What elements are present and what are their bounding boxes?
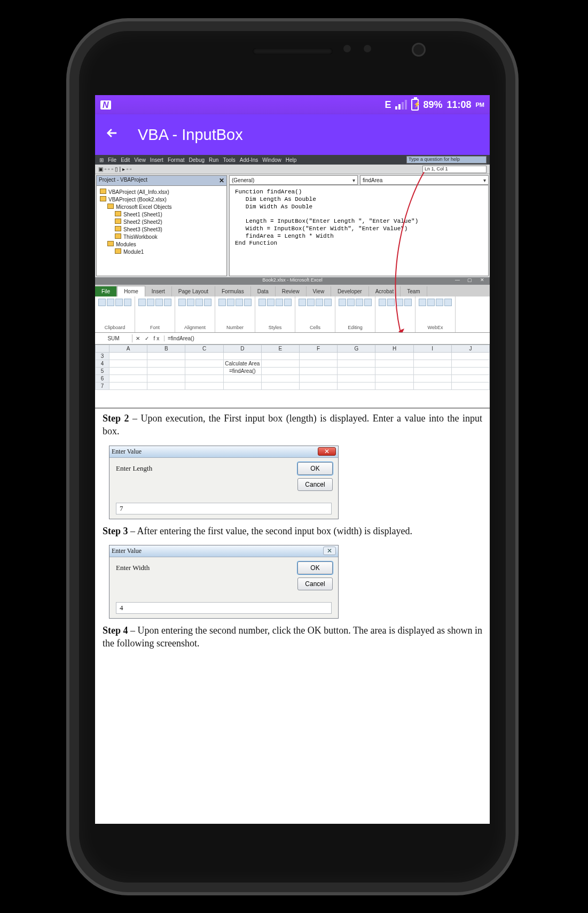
ribbon-group[interactable]: Styles xyxy=(255,296,295,332)
project-explorer[interactable]: Project - VBAProject ✕ VBAProject (All_I… xyxy=(96,175,227,276)
ribbon-tab[interactable]: Team xyxy=(401,286,427,296)
excel-ribbon[interactable]: ClipboardFontAlignmentNumberStylesCellsE… xyxy=(95,296,490,333)
menu-format[interactable]: Format xyxy=(167,157,186,163)
line-col-indicator: Ln 1, Col 1 xyxy=(422,166,487,173)
back-button[interactable] xyxy=(105,125,120,145)
menu-debug[interactable]: Debug xyxy=(188,157,206,163)
fx-buttons[interactable]: ✕ ✓ fx xyxy=(132,335,164,341)
project-tree-item[interactable]: Module1 xyxy=(100,248,223,255)
window-buttons[interactable]: — ▢ ✕ xyxy=(455,277,488,283)
ribbon-group[interactable]: Font xyxy=(135,296,175,332)
ribbon-tab[interactable]: Insert xyxy=(145,286,172,296)
power-button xyxy=(513,202,515,266)
phone-frame: N E ⚡ 89% 11:08 PM VBA - InputBox xyxy=(69,21,515,892)
step4-text: Step 4 – Upon entering the second number… xyxy=(103,624,482,650)
page-title: VBA - InputBox xyxy=(138,126,243,144)
ribbon-group[interactable]: Editing xyxy=(335,296,375,332)
project-tree-item[interactable]: Sheet3 (Sheet3) xyxy=(100,225,223,233)
project-tree-item[interactable]: Modules xyxy=(100,240,223,248)
arrow-left-icon xyxy=(105,126,120,141)
step4-label: Step 4 xyxy=(103,625,128,636)
ribbon-group[interactable] xyxy=(375,296,415,332)
app-bar: VBA - InputBox xyxy=(95,114,490,155)
menu-view[interactable]: View xyxy=(133,157,147,163)
ribbon-tab[interactable]: View xyxy=(307,286,332,296)
ribbon-tab[interactable]: Data xyxy=(251,286,276,296)
step2-body: – Upon execution, the First input box (l… xyxy=(103,413,482,436)
step2-text: Step 2 – Upon execution, the First input… xyxy=(103,412,482,438)
vba-menu-bar: ⊞ File Edit View Insert Format Debug Run… xyxy=(95,155,490,165)
clock-time: 11:08 xyxy=(446,99,471,111)
menu-tools[interactable]: Tools xyxy=(222,157,236,163)
phone-camera xyxy=(412,43,426,57)
step3-label: Step 3 xyxy=(103,526,128,536)
menu-insert[interactable]: Insert xyxy=(149,157,164,163)
dialog-input[interactable]: 7 xyxy=(116,503,332,514)
code-proc-dropdown[interactable]: findArea xyxy=(360,175,489,185)
ribbon-tab[interactable]: Review xyxy=(276,286,307,296)
ribbon-group[interactable]: Cells xyxy=(295,296,335,332)
excel-title-text: Book2.xlsx - Microsoft Excel xyxy=(262,277,323,283)
project-title: Project - VBAProject xyxy=(99,177,147,184)
code-area[interactable]: Function findArea() Dim Length As Double… xyxy=(229,185,489,276)
spreadsheet-grid[interactable]: ABCDEFGHIJ34Calculate Area5=findArea()67 xyxy=(95,345,490,408)
step3-body: – After entering the first value, the se… xyxy=(128,526,412,536)
project-tree-item[interactable]: Microsoft Excel Objects xyxy=(100,203,223,210)
ribbon-tab[interactable]: Acrobat xyxy=(369,286,401,296)
ribbon-tab[interactable]: Formulas xyxy=(215,286,251,296)
dialog-input[interactable]: 4 xyxy=(116,602,332,614)
battery-pct: 89% xyxy=(423,99,442,111)
excel-window: Book2.xlsx - Microsoft Excel — ▢ ✕ FileH… xyxy=(95,277,490,408)
step2-label: Step 2 xyxy=(103,413,129,424)
code-pane: (General) findArea Function findArea() D… xyxy=(229,175,489,276)
close-button[interactable]: ✕ xyxy=(318,447,336,456)
status-bar: N E ⚡ 89% 11:08 PM xyxy=(95,95,490,114)
phone-sensors xyxy=(343,45,371,52)
menu-file[interactable]: File xyxy=(107,157,117,163)
ribbon-tab[interactable]: File xyxy=(95,286,117,296)
menu-addins[interactable]: Add-Ins xyxy=(239,157,259,163)
project-tree-item[interactable]: VBAProject (Book2.xlsx) xyxy=(100,196,223,203)
menu-window[interactable]: Window xyxy=(261,157,283,163)
project-tree-item[interactable]: ThisWorkbook xyxy=(100,233,223,240)
ribbon-tab[interactable]: Home xyxy=(117,286,145,296)
formula-bar[interactable]: SUM ✕ ✓ fx =findArea() xyxy=(95,333,490,345)
project-tree-item[interactable]: Sheet1 (Sheet1) xyxy=(100,210,223,218)
close-icon[interactable]: ✕ xyxy=(219,177,224,184)
ribbon-group[interactable]: Number xyxy=(215,296,255,332)
ribbon-tab[interactable]: Developer xyxy=(331,286,369,296)
vba-toolbar: ▣ ▫ ▫ ▫ ▯ | ▸ ▫ ▫ Ln 1, Col 1 xyxy=(95,165,490,174)
close-button[interactable]: ✕ xyxy=(323,547,336,555)
cancel-button[interactable]: Cancel xyxy=(297,578,333,590)
namebox[interactable]: SUM xyxy=(95,334,132,342)
code-scope-dropdown[interactable]: (General) xyxy=(229,175,358,185)
excel-ribbon-tabs[interactable]: FileHomeInsertPage LayoutFormulasDataRev… xyxy=(95,285,490,296)
formula-input[interactable]: =findArea() xyxy=(164,334,490,342)
cancel-button[interactable]: Cancel xyxy=(297,478,333,491)
screen: N E ⚡ 89% 11:08 PM VBA - InputBox xyxy=(95,95,490,824)
excel-icon: ⊞ xyxy=(98,157,105,163)
menu-edit[interactable]: Edit xyxy=(120,157,131,163)
ribbon-group[interactable]: WebEx xyxy=(415,296,456,332)
dialog-title: Enter Value xyxy=(112,448,142,456)
ribbon-tab[interactable]: Page Layout xyxy=(172,286,215,296)
menu-run[interactable]: Run xyxy=(208,157,219,163)
network-type: E xyxy=(385,99,391,111)
project-tree-item[interactable]: VBAProject (All_Info.xlsx) xyxy=(100,188,223,196)
clock-suffix: PM xyxy=(476,102,485,108)
battery-icon: ⚡ xyxy=(411,99,419,111)
ok-button[interactable]: OK xyxy=(297,462,333,475)
tutorial-text: Step 2 – Upon execution, the First input… xyxy=(95,409,490,660)
ok-button[interactable]: OK xyxy=(297,561,333,574)
n-icon: N xyxy=(100,100,111,110)
content-area[interactable]: ⊞ File Edit View Insert Format Debug Run… xyxy=(95,155,490,824)
ribbon-group[interactable]: Clipboard xyxy=(95,296,135,332)
ribbon-group[interactable]: Alignment xyxy=(175,296,215,332)
menu-help[interactable]: Help xyxy=(285,157,298,163)
inputbox-dialog-width: Enter Value ✕ Enter Width OK Cancel 4 xyxy=(109,545,339,619)
inputbox-dialog-length: Enter Value ✕ Enter Length OK Cancel 7 xyxy=(109,446,339,519)
project-tree-item[interactable]: Sheet2 (Sheet2) xyxy=(100,218,223,225)
excel-titlebar: Book2.xlsx - Microsoft Excel — ▢ ✕ xyxy=(95,277,490,285)
vba-editor: ⊞ File Edit View Insert Format Debug Run… xyxy=(95,155,490,409)
help-search[interactable]: Type a question for help xyxy=(406,156,487,163)
